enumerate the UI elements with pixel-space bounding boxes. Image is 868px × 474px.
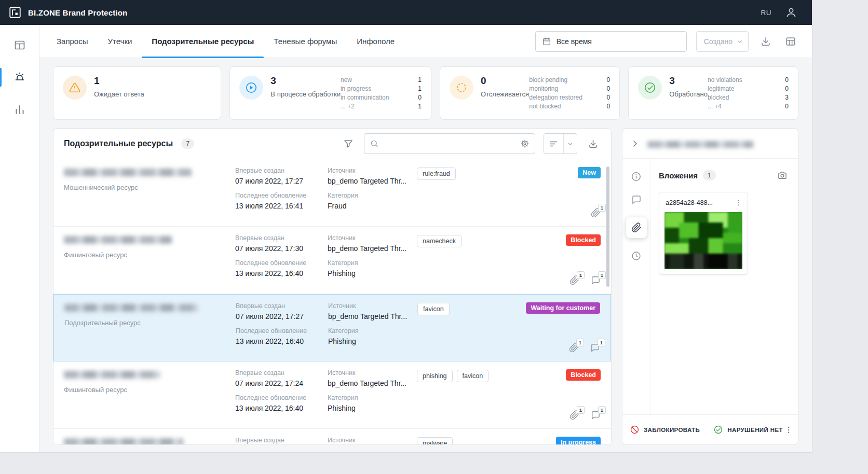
tab-label: Запросы xyxy=(57,37,88,46)
list-scrollbar[interactable] xyxy=(606,166,609,287)
sidebar-item-dashboard[interactable] xyxy=(0,29,39,61)
resource-name-redacted xyxy=(64,371,160,379)
last-updated-value: 13 июля 2022, 16:40 xyxy=(235,404,328,412)
stat-card-waiting-answer[interactable]: 1 Ожидает ответа xyxy=(53,66,221,120)
tag-chip[interactable]: favicon xyxy=(417,303,450,315)
attachments-tab-active[interactable] xyxy=(626,217,647,238)
user-icon[interactable] xyxy=(785,6,797,19)
attachments-count: 1 xyxy=(577,271,585,279)
list-count-badge: 7 xyxy=(181,138,194,149)
sidebar xyxy=(0,25,39,452)
resource-name-redacted xyxy=(64,304,198,312)
stat-label: Ожидает ответа xyxy=(94,90,144,98)
last-updated-label: Последнее обновление xyxy=(236,327,328,335)
bar-chart-icon xyxy=(13,103,26,116)
attachments-indicator[interactable]: 1 xyxy=(569,410,579,420)
export-download-button[interactable] xyxy=(758,34,774,49)
stat-card-processed[interactable]: 3 Обработано no violations0 legitimate0 … xyxy=(628,66,798,120)
block-prohibition-icon xyxy=(630,425,640,435)
resource-row[interactable]: Фишинговый ресурс Впервые создан 07 июля… xyxy=(53,361,611,429)
stat-value: 0 xyxy=(481,75,529,87)
stat-breakdown: no violations0 legitimate0 blocked3 ... … xyxy=(708,75,789,111)
first-created-label: Впервые создан xyxy=(235,437,328,444)
comments-indicator[interactable]: 1 xyxy=(591,275,601,285)
breakdown-label: block pending xyxy=(529,76,567,85)
breakdown-value: 0 xyxy=(606,102,610,111)
sidebar-item-alerts[interactable] xyxy=(0,61,39,93)
dashed-circle-icon xyxy=(450,76,473,100)
stat-label: Обработано xyxy=(669,90,708,98)
block-action-button[interactable]: ЗАБЛОКИРОВАТЬ xyxy=(630,425,700,435)
tabs-bar: Запросы Утечки Подозрительные ресурсы Те… xyxy=(39,25,812,58)
breakdown-label: no violations xyxy=(708,76,742,85)
search-settings-gear-icon[interactable] xyxy=(520,139,530,148)
sidebar-item-reports[interactable] xyxy=(0,93,39,126)
resource-row-selected[interactable]: Подозрительный ресурс Впервые создан 07 … xyxy=(53,294,611,361)
resource-row[interactable]: Фишинговый ресурс Впервые создан 07 июля… xyxy=(53,227,611,294)
date-range-value: Все время xyxy=(557,37,592,46)
status-badge: New xyxy=(578,167,601,178)
stat-card-in-progress[interactable]: 3 В процессе обработки new1 in progress1… xyxy=(229,66,431,120)
comments-indicator[interactable]: 1 xyxy=(591,410,601,420)
language-switcher[interactable]: RU xyxy=(761,9,772,17)
list-download-button[interactable] xyxy=(586,136,601,151)
resource-row[interactable]: Впервые создан 07 июля 2022, 17:29 Источ… xyxy=(53,429,611,444)
resource-detail-panel: Вложения 1 xyxy=(622,128,798,445)
attachment-thumbnail[interactable] xyxy=(664,212,742,269)
screenshot-camera-button[interactable] xyxy=(775,168,790,183)
attachment-menu-kebab-icon[interactable] xyxy=(733,198,743,208)
sort-button[interactable] xyxy=(544,134,563,154)
tag-chip[interactable]: namecheck xyxy=(417,235,462,247)
attachments-indicator[interactable]: 1 xyxy=(569,343,579,353)
more-actions-kebab-icon[interactable] xyxy=(783,424,794,436)
last-updated-value: 13 июля 2022, 16:40 xyxy=(235,269,328,277)
sort-button-group xyxy=(544,133,577,154)
tab-shadow-forums[interactable]: Теневые форумы xyxy=(264,25,347,58)
collapse-panel-chevron-icon[interactable] xyxy=(630,138,640,149)
first-created-value: 07 июля 2022, 17:27 xyxy=(235,177,328,185)
tag-chip[interactable]: phishing xyxy=(417,370,453,382)
tag-chip[interactable]: favicon xyxy=(457,370,489,382)
tag-chip[interactable]: rule:fraud xyxy=(417,168,456,180)
stat-card-monitoring[interactable]: 0 Отслеживается block pending0 monitorin… xyxy=(440,66,620,120)
resource-row[interactable]: Мошеннический ресурс Впервые создан 07 и… xyxy=(53,159,611,227)
filter-button[interactable] xyxy=(341,136,356,151)
check-circle-icon xyxy=(638,76,662,100)
tab-infopole[interactable]: Инфополе xyxy=(347,25,404,58)
tab-suspicious-resources[interactable]: Подозрительные ресурсы xyxy=(142,25,264,58)
detail-title-redacted xyxy=(647,141,753,148)
history-tab[interactable] xyxy=(631,250,642,261)
breakdown-label: ... +4 xyxy=(708,102,722,111)
attachments-indicator[interactable]: 1 xyxy=(569,275,579,285)
last-updated-label: Последнее обновление xyxy=(235,259,328,267)
table-view-button[interactable] xyxy=(783,34,798,49)
stat-value: 1 xyxy=(94,75,144,87)
stat-value: 3 xyxy=(270,75,341,87)
attachments-indicator[interactable]: 1 xyxy=(591,208,601,218)
no-violations-action-button[interactable]: НАРУШЕНИЙ НЕТ xyxy=(713,425,783,435)
breakdown-label: monitoring xyxy=(529,85,558,93)
search-icon xyxy=(370,139,379,148)
last-updated-label: Последнее обновление xyxy=(235,192,328,200)
tab-zaprosy[interactable]: Запросы xyxy=(47,25,98,58)
dashboard-icon xyxy=(13,39,26,51)
comments-count: 1 xyxy=(598,271,606,279)
stats-row: 1 Ожидает ответа 3 В процессе обрабо xyxy=(53,66,798,120)
topbar: BI.ZONE Brand Protection RU xyxy=(0,0,812,25)
date-range-picker[interactable]: Все время xyxy=(535,31,687,52)
sort-dropdown-caret[interactable] xyxy=(563,134,577,154)
search-input[interactable] xyxy=(383,140,516,148)
tab-label: Подозрительные ресурсы xyxy=(152,37,254,46)
info-tab[interactable] xyxy=(631,171,642,182)
resource-type: Мошеннический ресурс xyxy=(64,184,225,191)
comments-indicator[interactable]: 1 xyxy=(590,343,600,353)
tag-chip[interactable]: malware xyxy=(417,437,453,444)
tab-utechki[interactable]: Утечки xyxy=(98,25,142,58)
source-value: bp_demo Targeted Thr... xyxy=(328,312,415,320)
attachments-count: 1 xyxy=(598,204,606,212)
attachment-card[interactable]: a2854a28-488... xyxy=(659,192,748,275)
block-action-label: ЗАБЛОКИРОВАТЬ xyxy=(644,427,700,433)
comments-tab[interactable] xyxy=(631,194,642,205)
sort-field-select[interactable]: Создано xyxy=(696,31,749,52)
resource-type: Подозрительный ресурс xyxy=(64,319,225,327)
